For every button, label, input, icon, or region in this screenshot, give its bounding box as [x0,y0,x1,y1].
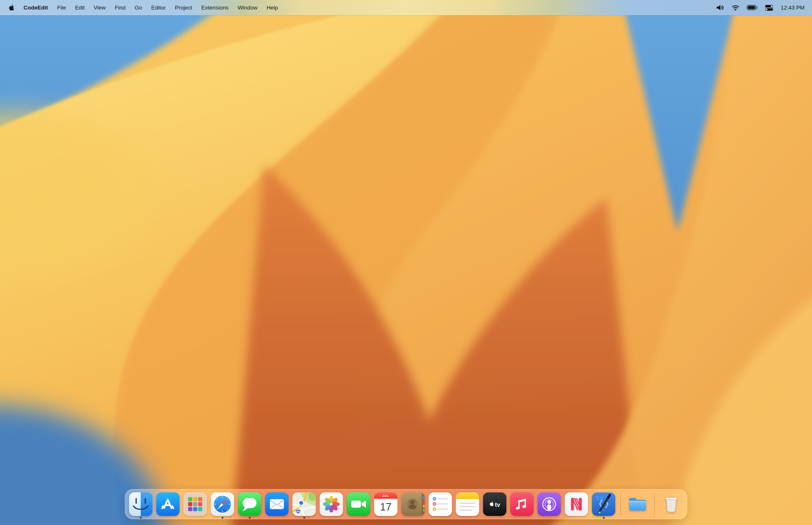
music-icon [510,492,534,516]
menu-item-window[interactable]: Window [233,0,262,15]
dock-item-maps[interactable]: 280 [293,492,316,516]
dock-item-contacts[interactable] [401,492,425,516]
finder-icon [129,492,153,516]
dock-item-calendar[interactable]: JUL 17 [374,492,398,516]
menu-item-project[interactable]: Project [170,0,197,15]
dock-divider [621,493,621,516]
maps-icon: 280 [293,492,316,516]
dock-item-tv[interactable]: tv [483,492,507,516]
dock-item-launchpad[interactable] [184,492,207,516]
codeedit-icon [592,492,616,516]
svg-text:tv: tv [495,501,500,508]
wifi-icon[interactable] [728,5,743,11]
app-menu-codeedit[interactable]: CodeEdit [19,0,52,15]
dock-item-facetime[interactable] [347,492,371,516]
running-indicator [140,517,142,519]
dock-background: 280 [125,489,687,519]
dock-item-podcasts[interactable] [538,492,561,516]
svg-text:JUL: JUL [382,494,389,498]
volume-icon[interactable] [713,5,728,11]
menu-item-go[interactable]: Go [130,0,147,15]
facetime-icon [347,492,371,516]
menu-item-help[interactable]: Help [262,0,283,15]
dock-item-photos[interactable] [320,492,343,516]
running-indicator [222,517,224,519]
dock-item-safari[interactable] [211,492,234,516]
dock-item-mail[interactable] [265,492,289,516]
menu-item-view[interactable]: View [89,0,110,15]
menu-bar: CodeEdit File Edit View Find Go Editor P… [0,0,812,15]
dock-item-finder[interactable] [129,492,153,516]
dock-item-notes[interactable] [456,492,479,516]
battery-icon[interactable] [743,5,761,10]
menu-item-find[interactable]: Find [110,0,130,15]
dock-item-trash[interactable] [660,492,683,516]
running-indicator [303,517,305,519]
svg-text:280: 280 [296,510,300,513]
reminders-icon [429,492,452,516]
dock-item-messages[interactable] [238,492,262,516]
dock-item-reminders[interactable] [429,492,452,516]
trash-icon [660,492,683,516]
menu-bar-clock[interactable]: 12:43 PM [777,0,808,15]
folder-icon [626,492,649,516]
svg-text:17: 17 [380,501,392,513]
safari-icon [211,492,234,516]
wallpaper-art [0,0,812,525]
desktop-wallpaper [0,0,812,525]
dock-item-downloads-folder[interactable] [626,492,649,516]
apple-tv-icon: tv [483,492,507,516]
dock: 280 [125,489,687,519]
podcasts-icon [538,492,561,516]
apple-menu[interactable] [4,4,19,11]
dock-item-app-store[interactable] [156,492,180,516]
desktop: CodeEdit File Edit View Find Go Editor P… [0,0,812,525]
dock-divider [654,493,655,516]
messages-icon [238,492,262,516]
notes-icon [456,492,479,516]
menu-item-extensions[interactable]: Extensions [197,0,233,15]
contacts-icon [401,492,425,516]
dock-item-codeedit[interactable] [592,492,616,516]
menu-item-edit[interactable]: Edit [71,0,89,15]
launchpad-icon [184,492,207,516]
photos-icon [320,492,343,516]
running-indicator [249,517,251,519]
menu-bar-status: 12:43 PM [713,0,808,15]
dock-item-music[interactable] [510,492,534,516]
menu-item-editor[interactable]: Editor [147,0,170,15]
app-store-icon [156,492,180,516]
calendar-icon: JUL 17 [374,492,398,516]
menu-item-file[interactable]: File [52,0,71,15]
menu-bar-left: CodeEdit File Edit View Find Go Editor P… [4,0,283,15]
mail-icon [265,492,289,516]
running-indicator [603,517,605,519]
control-center-icon[interactable] [761,5,777,11]
dock-item-news[interactable] [565,492,588,516]
news-icon [565,492,588,516]
apple-logo-icon [8,4,14,11]
